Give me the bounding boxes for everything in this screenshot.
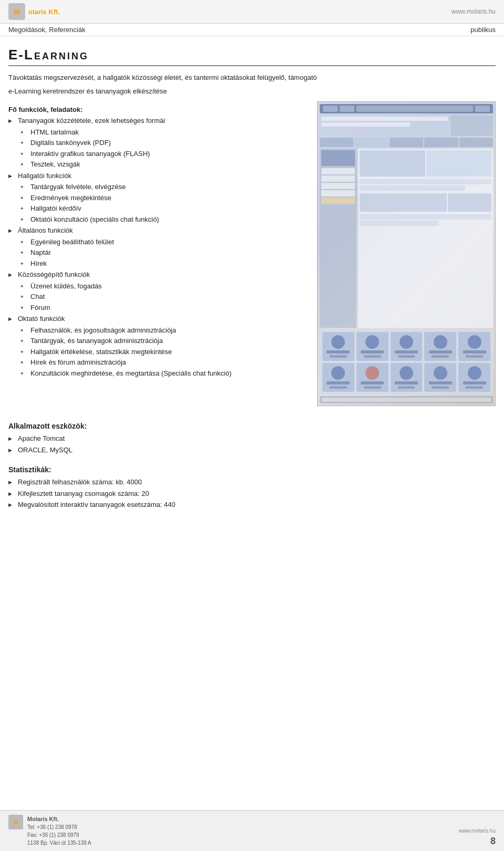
list-item: Interaktív grafikus tananyagok (FLASH) [18, 149, 309, 159]
intro-line1: Távoktatás megszervezését, a hallgatók k… [8, 72, 496, 83]
page-title: E-Learning [8, 47, 496, 66]
header-website: www.molaris.hu [452, 8, 496, 15]
hallgatoi-sublist: Tantárgyak felvétele, elvégzése Eredmény… [18, 182, 309, 224]
list-item-kozosseg: Közösségépítő funkciók Üzenet küldés, fo… [8, 269, 309, 313]
list-item: Hallgatói kérdőív [18, 203, 309, 214]
intro-line2: e-Learning keretrendszer és tananyagok e… [8, 86, 496, 97]
footer-left: M Molaris Kft. Tel: +36 (1) 238 0978 Fax… [8, 815, 91, 847]
list-item: Konzultációk meghirdetése, és megtartása… [18, 368, 309, 379]
alkalmazott-heading: Alkalmazott eszközök: [8, 422, 496, 430]
list-item: Naptár [18, 247, 309, 258]
footer-address: 1138 Bp. Váci út 135-139 A [27, 839, 91, 847]
list-item: Regisztrált felhasználók száma: kb. 4000 [8, 477, 496, 487]
list-item: Digitális tankönyvek (PDF) [18, 138, 309, 148]
navbar-status: publikus [470, 26, 496, 34]
kozosseg-sublist: Üzenet küldés, fogadás Chat Fórum [18, 281, 309, 313]
logo-text: olaris Kft. [28, 8, 60, 16]
altalanos-sublist: Egyénileg beállítható felület Naptár Hír… [18, 237, 309, 269]
statisztikak-section: Statisztikák: Regisztrált felhasználók s… [8, 465, 496, 510]
list-item: Egyénileg beállítható felület [18, 237, 309, 247]
content-area: Fő funkciók, feladatok: Tananyagok közzé… [8, 101, 496, 406]
list-item: Eredmények megtekintése [18, 193, 309, 203]
list-item-altalanos: Általános funkciók Egyénileg beállítható… [8, 225, 309, 268]
footer-company: Molaris Kft. [27, 815, 91, 824]
list-item: ORACLE, MySQL [8, 445, 496, 455]
list-item: Tantárgyak, és tananyagok adminisztráció… [18, 336, 309, 346]
footer-logo-icon: M [8, 815, 23, 829]
tananyag-sublist: HTML tartalmak Digitális tankönyvek (PDF… [18, 127, 309, 170]
list-item: Tantárgyak felvétele, elvégzése [18, 182, 309, 192]
list-item: Felhasználók, és jogosultságok adminiszt… [18, 325, 309, 336]
list-item: Oktatói konzultáció (speciális chat funk… [18, 214, 309, 225]
list-item: Megvalósított interaktív tananyagok eset… [8, 500, 496, 510]
statisztikak-list: Regisztrált felhasználók száma: kb. 4000… [8, 477, 496, 510]
screenshot-image [317, 101, 496, 406]
left-column: Fő funkciók, feladatok: Tananyagok közzé… [8, 101, 309, 406]
main-content: E-Learning Távoktatás megszervezését, a … [0, 36, 504, 522]
footer: M Molaris Kft. Tel: +36 (1) 238 0978 Fax… [0, 810, 504, 852]
fo-funkciok-list: Tananyagok közzététele, ezek lehetséges … [8, 116, 309, 378]
list-item: Fórum [18, 303, 309, 313]
footer-tel: Tel: +36 (1) 238 0978 [27, 823, 91, 831]
alkalmazott-list: Apache Tomcat ORACLE, MySQL [8, 433, 496, 455]
alkalmazott-section: Alkalmazott eszközök: Apache Tomcat ORAC… [8, 422, 496, 455]
list-item: Tesztek, vizsgák [18, 159, 309, 170]
footer-page-number: 8 [490, 836, 496, 847]
header: M olaris Kft. www.molaris.hu [0, 0, 504, 24]
navbar: Megoldások, Referenciák publikus [0, 24, 504, 36]
fo-funkciok-heading: Fő funkciók, feladatok: [8, 106, 309, 113]
statisztikak-heading: Statisztikák: [8, 465, 496, 474]
list-item: Kifejlesztett tananyag csomagok száma: 2… [8, 489, 496, 499]
list-item: Apache Tomcat [8, 433, 496, 444]
list-item: Hírek és fórum adminisztrációja [18, 357, 309, 368]
footer-contact: Molaris Kft. Tel: +36 (1) 238 0978 Fax: … [27, 815, 91, 847]
right-column [317, 101, 496, 406]
header-logo: M olaris Kft. [8, 3, 60, 20]
logo-icon: M [8, 3, 25, 20]
navbar-section: Megoldások, Referenciák [8, 26, 86, 34]
list-item: Üzenet küldés, fogadás [18, 281, 309, 292]
footer-fax: Fax: +36 (1) 238 0979 [27, 831, 91, 839]
list-item: Chat [18, 292, 309, 302]
list-item: Hallgatók értékelése, statisztikák megte… [18, 347, 309, 357]
footer-website: www.molaris.hu [459, 828, 496, 834]
list-item: HTML tartalmak [18, 127, 309, 138]
list-item-tananyag: Tananyagok közzététele, ezek lehetséges … [8, 116, 309, 170]
list-item-hallgatoi: Hallgatói funkciók Tantárgyak felvétele,… [8, 171, 309, 225]
list-item-oktato: Oktató funkciók Felhasználók, és jogosul… [8, 314, 309, 378]
oktato-sublist: Felhasználók, és jogosultságok adminiszt… [18, 325, 309, 379]
list-item: Hírek [18, 258, 309, 269]
